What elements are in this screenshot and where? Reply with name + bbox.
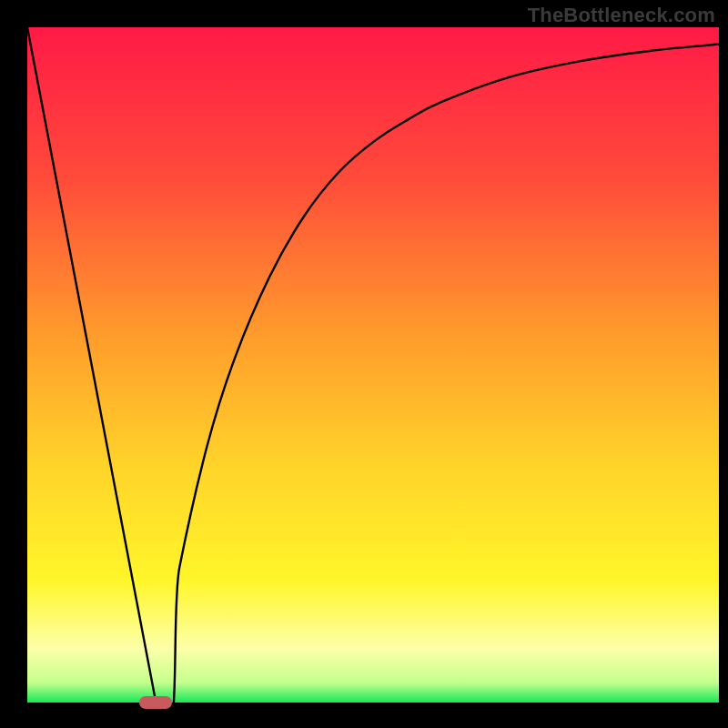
watermark-label: TheBottleneck.com [528,4,715,27]
optimal-point-marker [139,696,172,709]
chart-frame: TheBottleneck.com [0,0,728,728]
bottleneck-chart [0,0,728,728]
plot-background [27,27,719,703]
